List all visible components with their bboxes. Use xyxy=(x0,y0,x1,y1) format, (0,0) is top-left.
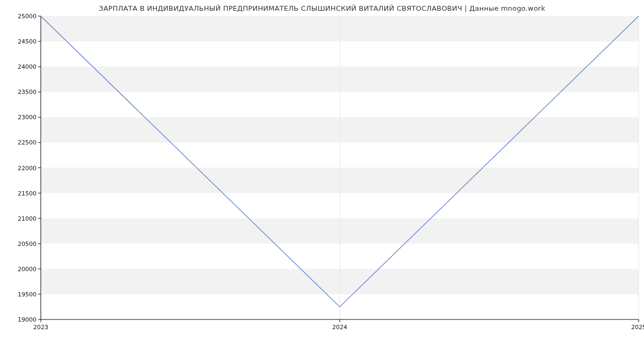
x-tick-label: 2025 xyxy=(631,324,644,331)
chart-container: ЗАРПЛАТА В ИНДИВИДУАЛЬНЫЙ ПРЕДПРИНИМАТЕЛ… xyxy=(0,0,644,349)
y-tick-label: 19000 xyxy=(18,316,36,323)
y-tick-label: 23000 xyxy=(18,114,36,121)
y-tick-label: 24000 xyxy=(18,63,36,70)
y-tick-label: 20500 xyxy=(18,241,36,248)
y-tick-label: 21000 xyxy=(18,215,36,222)
y-tick-label: 23500 xyxy=(18,89,36,96)
y-tick-label: 19500 xyxy=(18,291,36,298)
y-tick-label: 25000 xyxy=(18,13,36,20)
y-tick-label: 20000 xyxy=(18,266,36,273)
x-tick-label: 2023 xyxy=(33,324,48,331)
x-tick-label: 2024 xyxy=(332,324,347,331)
y-tick-label: 24500 xyxy=(18,38,36,45)
chart-svg: 1900019500200002050021000215002200022500… xyxy=(0,0,644,349)
y-tick-label: 22000 xyxy=(18,165,36,172)
y-tick-label: 22500 xyxy=(18,139,36,146)
y-tick-label: 21500 xyxy=(18,190,36,197)
